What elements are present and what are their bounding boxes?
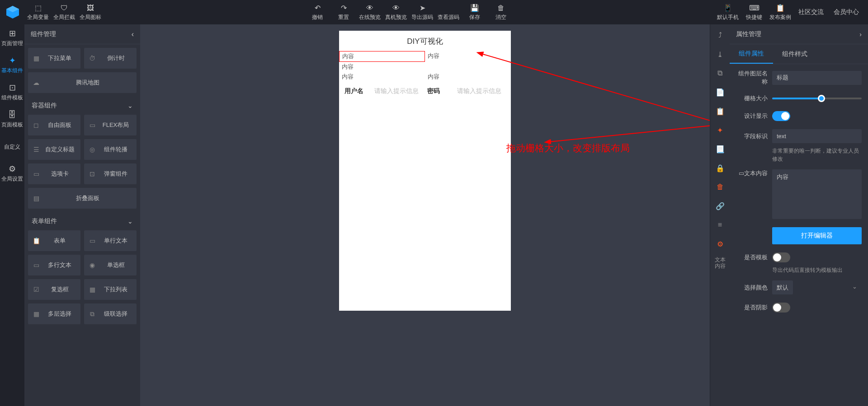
toolbar-center-1-icon: ↷ bbox=[339, 4, 348, 13]
toolbar-center-2[interactable]: 👁在线预览 bbox=[357, 0, 382, 24]
grid-cell[interactable]: 内容 bbox=[339, 72, 425, 82]
nav-2[interactable]: ⊡组件模板 bbox=[0, 79, 24, 106]
component-item[interactable]: ▭FLEX布局 bbox=[84, 115, 137, 135]
chevron-down-icon: ⌄ bbox=[127, 102, 133, 109]
component-icon: ▦ bbox=[89, 286, 96, 293]
property-panel-header: 属性管理 › bbox=[730, 24, 868, 44]
field-input-username[interactable]: 请输入提示信息 bbox=[374, 87, 423, 95]
nav-3[interactable]: 🗄页面模板 bbox=[0, 106, 24, 133]
component-item[interactable]: ▭单行文本 bbox=[84, 230, 137, 251]
component-icon: ▦ bbox=[33, 55, 40, 62]
top-toolbar: ⬚全局变量🛡全局拦截🖼全局图标 ↶撤销↷重置👁在线预览👁真机预览➤导出源码查看源… bbox=[0, 0, 868, 24]
right-tool-7[interactable]: 🔒 bbox=[713, 160, 727, 176]
toolbar-center-6[interactable]: 💾保存 bbox=[462, 0, 487, 24]
right-tools: ⤴⤓⧉📄📋✦📃🔒🗑🔗≡⚙文本 内容 bbox=[710, 24, 730, 406]
component-item[interactable]: ☁腾讯地图 bbox=[28, 72, 137, 93]
toolbar-left-0[interactable]: ⬚全局变量 bbox=[25, 0, 51, 24]
nav-4[interactable]: 自定义 bbox=[0, 133, 24, 160]
logo bbox=[5, 4, 21, 20]
component-icon: ▦ bbox=[33, 310, 40, 317]
toolbar-link-0[interactable]: 社区交流 bbox=[794, 0, 828, 24]
textarea-text-content[interactable] bbox=[772, 169, 862, 219]
property-panel: 属性管理 › 组件属性 组件样式 组件图层名称 栅格大小 bbox=[730, 24, 868, 406]
toggle-design-show[interactable] bbox=[772, 111, 790, 121]
toolbar-center-3-icon: 👁 bbox=[392, 4, 401, 13]
select-color[interactable]: 默认 bbox=[772, 280, 793, 294]
component-item[interactable]: 📋表单 bbox=[28, 230, 80, 251]
right-tool-5[interactable]: ✦ bbox=[713, 122, 727, 138]
grid-cell[interactable]: 内容 bbox=[425, 72, 442, 82]
component-item[interactable]: ▭选项卡 bbox=[28, 163, 80, 184]
component-item[interactable]: ◎组件轮播 bbox=[84, 139, 137, 160]
nav-0[interactable]: ⊞页面管理 bbox=[0, 24, 24, 51]
component-item[interactable]: ▤折叠面板 bbox=[28, 188, 137, 209]
right-tool-10[interactable]: ≡ bbox=[713, 217, 727, 233]
toolbar-right-0[interactable]: 📱默认手机 bbox=[715, 0, 741, 24]
toggle-is-template[interactable] bbox=[772, 252, 790, 262]
toolbar-center-4[interactable]: ➤导出源码 bbox=[410, 0, 435, 24]
group-header-form[interactable]: 表单组件⌄ bbox=[28, 212, 137, 230]
right-tool-3[interactable]: 📄 bbox=[713, 84, 727, 100]
nav-5[interactable]: ⚙全局设置 bbox=[0, 160, 24, 187]
right-tool-8[interactable]: 🗑 bbox=[713, 179, 727, 195]
toolbar-center-5-icon bbox=[444, 4, 453, 13]
group-header-container[interactable]: 容器组件⌄ bbox=[28, 97, 137, 115]
component-icon: ☁ bbox=[33, 79, 40, 86]
component-item[interactable]: ▦下拉列表 bbox=[84, 279, 137, 300]
slider-grid-size[interactable] bbox=[772, 94, 862, 103]
toolbar-left-1[interactable]: 🛡全局拦截 bbox=[52, 0, 77, 24]
open-editor-button[interactable]: 打开编辑器 bbox=[772, 227, 862, 244]
component-item[interactable]: ▦多层选择 bbox=[28, 303, 80, 324]
component-icon: ☑ bbox=[33, 286, 40, 293]
right-tool-0[interactable]: ⤴ bbox=[713, 27, 727, 43]
right-tool-12[interactable]: 文本 内容 bbox=[713, 255, 727, 271]
collapse-left-icon[interactable]: ‹ bbox=[132, 30, 134, 38]
right-tool-11[interactable]: ⚙ bbox=[713, 236, 727, 252]
field-input-password[interactable]: 请输入提示信息 bbox=[457, 87, 505, 95]
component-item[interactable]: ⏱倒计时 bbox=[84, 48, 137, 69]
toolbar-center-0[interactable]: ↶撤销 bbox=[305, 0, 330, 24]
input-layer-name[interactable] bbox=[772, 71, 862, 85]
grid-cell[interactable]: 内容 bbox=[339, 62, 425, 72]
component-item[interactable]: ▦下拉菜单 bbox=[28, 48, 80, 69]
toolbar-right-1[interactable]: ⌨快捷键 bbox=[741, 0, 767, 24]
component-item[interactable]: ▭多行文本 bbox=[28, 255, 80, 275]
toolbar-center-3[interactable]: 👁真机预览 bbox=[383, 0, 409, 24]
toolbar-link-1[interactable]: 会员中心 bbox=[829, 0, 863, 24]
right-tool-1[interactable]: ⤓ bbox=[713, 46, 727, 62]
nav-1-icon: ✦ bbox=[9, 56, 16, 65]
component-item[interactable]: ⊡弹窗组件 bbox=[84, 163, 137, 184]
label-grid-size: 栅格大小 bbox=[736, 94, 768, 103]
toolbar-center-1[interactable]: ↷重置 bbox=[331, 0, 356, 24]
help-is-template: 导出代码后直接转为模板输出 bbox=[772, 266, 862, 274]
right-tool-6[interactable]: 📃 bbox=[713, 141, 727, 157]
phone-title: DIY可视化 bbox=[339, 31, 511, 51]
component-panel-title: 组件管理 bbox=[31, 30, 56, 38]
toolbar-left-2[interactable]: 🖼全局图标 bbox=[78, 0, 103, 24]
right-tool-4[interactable]: 📋 bbox=[713, 103, 727, 119]
nav-1[interactable]: ✦基本组件 bbox=[0, 51, 24, 79]
toggle-shadow[interactable] bbox=[772, 303, 790, 313]
input-field-id[interactable] bbox=[772, 129, 862, 143]
nav-0-icon: ⊞ bbox=[9, 28, 16, 38]
grid-cell-selected[interactable]: 内容 bbox=[339, 51, 425, 62]
right-tool-2[interactable]: ⧉ bbox=[713, 65, 727, 81]
nav-3-icon: 🗄 bbox=[8, 110, 16, 120]
toolbar-center-5[interactable]: 查看源码 bbox=[436, 0, 461, 24]
component-item[interactable]: ☰自定义标题 bbox=[28, 139, 80, 160]
toolbar-center-7[interactable]: 🗑消空 bbox=[488, 0, 514, 24]
toolbar-left-0-icon: ⬚ bbox=[33, 4, 42, 13]
component-item[interactable]: ☑复选框 bbox=[28, 279, 80, 300]
expand-right-icon[interactable]: › bbox=[859, 31, 862, 38]
toolbar-center-2-icon: 👁 bbox=[365, 4, 374, 13]
component-item[interactable]: ⧉级联选择 bbox=[84, 303, 137, 324]
component-item[interactable]: ◻自由面板 bbox=[28, 115, 80, 135]
component-item[interactable]: ◉单选框 bbox=[84, 255, 137, 275]
tab-component-props[interactable]: 组件属性 bbox=[730, 44, 773, 64]
component-icon: ⧉ bbox=[89, 310, 96, 317]
right-tool-9[interactable]: 🔗 bbox=[713, 198, 727, 214]
component-icon: ☰ bbox=[33, 146, 40, 153]
grid-cell[interactable]: 内容 bbox=[425, 51, 442, 62]
tab-component-styles[interactable]: 组件样式 bbox=[773, 44, 816, 64]
toolbar-right-2[interactable]: 📋发布案例 bbox=[768, 0, 793, 24]
